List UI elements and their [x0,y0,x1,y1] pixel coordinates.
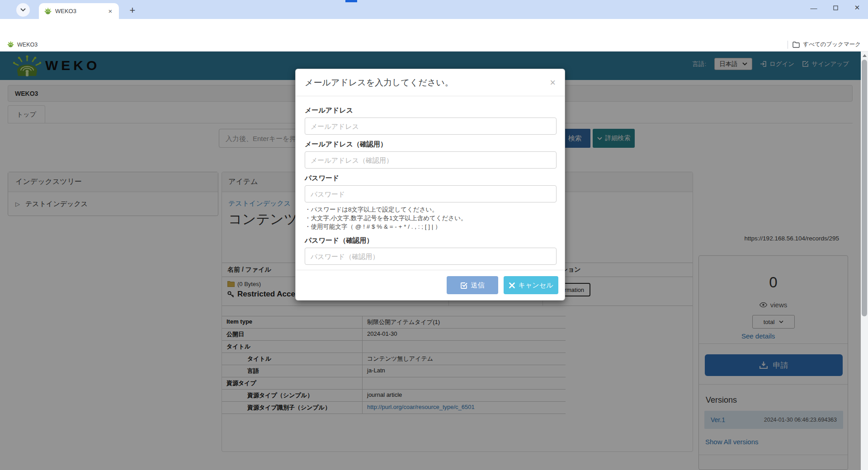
maximize-button[interactable] [825,0,846,15]
browser-tab-strip: WEKO3 × + — ✕ [0,0,868,19]
modal-close-icon[interactable]: × [550,78,556,88]
x-icon [509,282,515,288]
weko-favicon [44,8,52,15]
tab-title: WEKO3 [55,8,106,14]
scrollbar-up-arrow[interactable] [861,52,868,59]
close-button[interactable]: ✕ [846,0,868,15]
minimize-button[interactable]: — [803,0,825,15]
divider [788,41,788,49]
password-label: パスワード [305,174,556,183]
bookmarks-bar: WEKO3 すべてのブックマーク [0,38,868,52]
weko-favicon [7,41,14,48]
scrollbar-thumb[interactable] [862,60,867,316]
browser-toolbar: ← → 保護されていない通信 https://192.168.56.104/re… [0,19,868,38]
modal-title: メールアドレスを入力してください。 [305,77,453,89]
password-confirm-label: パスワード（確認用） [305,236,556,245]
email-confirm-field[interactable] [305,151,557,169]
password-hints: ・パスワードは8文字以上で設定してください。 ・大文字,小文字,数字,記号を各1… [305,205,556,231]
page-scrollbar[interactable] [861,52,868,470]
submit-button[interactable]: 送信 [447,276,498,294]
tab-search-button[interactable] [16,3,30,17]
email-confirm-label: メールアドレス（確認用） [305,140,556,149]
email-label: メールアドレス [305,106,556,115]
cancel-button[interactable]: キャンセル [504,276,558,294]
tab-close-icon[interactable]: × [106,7,114,15]
new-tab-button[interactable]: + [126,4,139,18]
drag-accent-mark [345,0,357,2]
chevron-down-icon [20,8,26,12]
folder-icon [793,42,800,48]
email-field[interactable] [305,118,557,135]
page-viewport: WEKO 言語: 日本語 ログイン サインアップ WEKO3 トップ 検索 詳細… [0,52,861,470]
all-bookmarks-button[interactable]: すべてのブックマーク [793,41,861,48]
password-confirm-field[interactable] [305,248,557,265]
check-square-icon [461,282,467,289]
email-input-modal: メールアドレスを入力してください。 × メールアドレス メールアドレス（確認用）… [295,69,565,301]
browser-tab[interactable]: WEKO3 × [39,3,119,19]
password-field[interactable] [305,185,557,202]
window-controls: — ✕ [803,0,868,15]
bookmark-weko3[interactable]: WEKO3 [7,41,38,48]
